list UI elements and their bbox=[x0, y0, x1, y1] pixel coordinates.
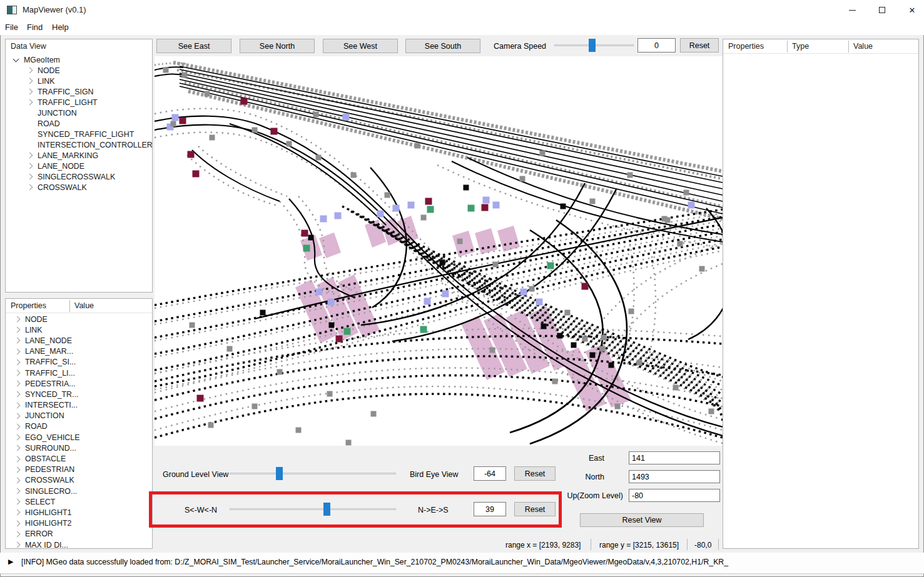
property-item-intersecti-[interactable]: INTERSECTI... bbox=[6, 400, 152, 411]
node-marker[interactable] bbox=[627, 173, 633, 178]
property-item-traffic-si-[interactable]: TRAFFIC_SI... bbox=[6, 357, 152, 368]
node-marker[interactable] bbox=[208, 423, 214, 428]
reset-view-button[interactable]: Reset View bbox=[580, 513, 704, 527]
tree-item-synced_traffic_light[interactable]: SYNCED_TRAFFIC_LIGHT bbox=[6, 129, 152, 139]
property-item-max-id-di-[interactable]: MAX ID DI... bbox=[6, 539, 152, 550]
menu-help[interactable]: Help bbox=[52, 23, 69, 32]
node-marker[interactable] bbox=[425, 198, 432, 205]
ground-level-slider[interactable] bbox=[230, 467, 396, 481]
node-marker[interactable] bbox=[561, 204, 566, 209]
slider-track[interactable] bbox=[230, 508, 396, 510]
property-item-pedestrian[interactable]: PEDESTRIAN bbox=[6, 464, 152, 475]
chevron-right-icon[interactable] bbox=[14, 466, 21, 473]
chevron-right-icon[interactable] bbox=[14, 381, 21, 387]
node-marker[interactable] bbox=[316, 155, 322, 161]
slider-track[interactable] bbox=[230, 473, 396, 474]
maximize-button[interactable] bbox=[871, 1, 893, 19]
node-marker[interactable] bbox=[536, 299, 543, 306]
node-marker[interactable] bbox=[329, 323, 335, 328]
node-marker[interactable] bbox=[197, 395, 204, 402]
chevron-right-icon[interactable] bbox=[14, 402, 21, 408]
east-input[interactable] bbox=[629, 451, 720, 464]
chevron-right-icon[interactable] bbox=[14, 370, 21, 376]
node-marker[interactable] bbox=[308, 235, 314, 241]
property-item-error[interactable]: ERROR bbox=[6, 529, 152, 539]
node-marker[interactable] bbox=[327, 391, 333, 397]
tree-item-link[interactable]: LINK bbox=[6, 76, 152, 86]
property-item-lane-node[interactable]: LANE_NODE bbox=[6, 335, 152, 346]
node-marker[interactable] bbox=[582, 336, 588, 342]
crosswalk-polygon[interactable] bbox=[475, 228, 497, 254]
node-marker[interactable] bbox=[227, 346, 233, 352]
node-marker[interactable] bbox=[328, 299, 335, 306]
chevron-right-icon[interactable] bbox=[14, 445, 21, 451]
node-marker[interactable] bbox=[343, 114, 350, 121]
property-item-select[interactable]: SELECT bbox=[6, 496, 152, 507]
slider-thumb[interactable] bbox=[276, 467, 283, 480]
property-item-link[interactable]: LINK bbox=[6, 324, 152, 335]
node-marker[interactable] bbox=[457, 239, 463, 244]
rotation-slider[interactable] bbox=[230, 503, 396, 516]
node-marker[interactable] bbox=[302, 230, 308, 237]
tree-item-singlecrosswalk[interactable]: SINGLECROSSWALK bbox=[6, 171, 152, 182]
property-item-highlight2[interactable]: HIGHLIGHT2 bbox=[6, 518, 152, 529]
minimize-button[interactable] bbox=[841, 1, 863, 19]
tree-item-node[interactable]: NODE bbox=[6, 65, 152, 76]
chevron-right-icon[interactable] bbox=[14, 488, 21, 494]
node-marker[interactable] bbox=[699, 266, 705, 272]
node-marker[interactable] bbox=[541, 324, 547, 329]
node-marker[interactable] bbox=[336, 336, 343, 343]
node-marker[interactable] bbox=[557, 333, 563, 339]
property-item-ego-vehicle[interactable]: EGO_VEHICLE bbox=[6, 432, 152, 443]
property-item-pedestria-[interactable]: PEDESTRIA... bbox=[6, 378, 152, 389]
chevron-right-icon[interactable] bbox=[27, 153, 33, 159]
node-marker[interactable] bbox=[709, 409, 714, 414]
chevron-right-icon[interactable] bbox=[27, 163, 33, 169]
menu-find[interactable]: Find bbox=[27, 23, 43, 32]
camera-speed-reset-button[interactable]: Reset bbox=[680, 38, 719, 53]
column-divider[interactable] bbox=[69, 300, 70, 312]
tree-item-crosswalk[interactable]: CROSSWALK bbox=[6, 182, 152, 193]
node-marker[interactable] bbox=[408, 202, 415, 209]
node-marker[interactable] bbox=[420, 326, 427, 333]
left-col-properties[interactable]: Properties bbox=[11, 301, 46, 310]
node-marker[interactable] bbox=[393, 205, 400, 212]
chevron-right-icon[interactable] bbox=[14, 434, 21, 441]
chevron-down-icon[interactable] bbox=[13, 56, 19, 62]
property-item-junction[interactable]: JUNCTION bbox=[6, 411, 152, 421]
node-marker[interactable] bbox=[344, 328, 351, 335]
node-marker[interactable] bbox=[172, 114, 179, 121]
node-marker[interactable] bbox=[464, 185, 469, 191]
property-item-node[interactable]: NODE bbox=[6, 314, 152, 324]
property-item-crosswalk[interactable]: CROSSWALK bbox=[6, 475, 152, 486]
see-west-button[interactable]: See West bbox=[323, 39, 398, 53]
column-divider[interactable] bbox=[848, 41, 849, 53]
chevron-right-icon[interactable] bbox=[14, 391, 21, 398]
node-marker[interactable] bbox=[180, 118, 186, 124]
node-marker[interactable] bbox=[424, 298, 431, 305]
node-marker[interactable] bbox=[182, 73, 188, 78]
tree-item-junction[interactable]: JUNCTION bbox=[6, 108, 152, 118]
chevron-right-icon[interactable] bbox=[14, 477, 21, 483]
tree-item-traffic_light[interactable]: TRAFFIC_LIGHT bbox=[6, 97, 152, 108]
node-marker[interactable] bbox=[163, 68, 169, 73]
node-marker[interactable] bbox=[609, 363, 614, 368]
rotation-input[interactable] bbox=[474, 502, 506, 516]
node-marker[interactable] bbox=[377, 211, 384, 218]
close-button[interactable]: ✕ bbox=[901, 1, 923, 19]
node-marker[interactable] bbox=[210, 135, 215, 141]
node-marker[interactable] bbox=[440, 260, 445, 266]
node-marker[interactable] bbox=[582, 283, 589, 290]
node-marker[interactable] bbox=[303, 245, 310, 252]
chevron-right-icon[interactable] bbox=[27, 89, 33, 95]
node-marker[interactable] bbox=[520, 289, 527, 296]
node-marker[interactable] bbox=[678, 241, 683, 247]
node-marker[interactable] bbox=[482, 204, 489, 211]
node-marker[interactable] bbox=[296, 428, 302, 433]
chevron-right-icon[interactable] bbox=[14, 542, 21, 548]
property-item-surround-[interactable]: SURROUND... bbox=[6, 443, 152, 453]
chevron-right-icon[interactable] bbox=[27, 184, 33, 191]
chevron-right-icon[interactable] bbox=[14, 338, 21, 344]
see-north-button[interactable]: See North bbox=[240, 39, 315, 53]
node-marker[interactable] bbox=[520, 176, 525, 182]
